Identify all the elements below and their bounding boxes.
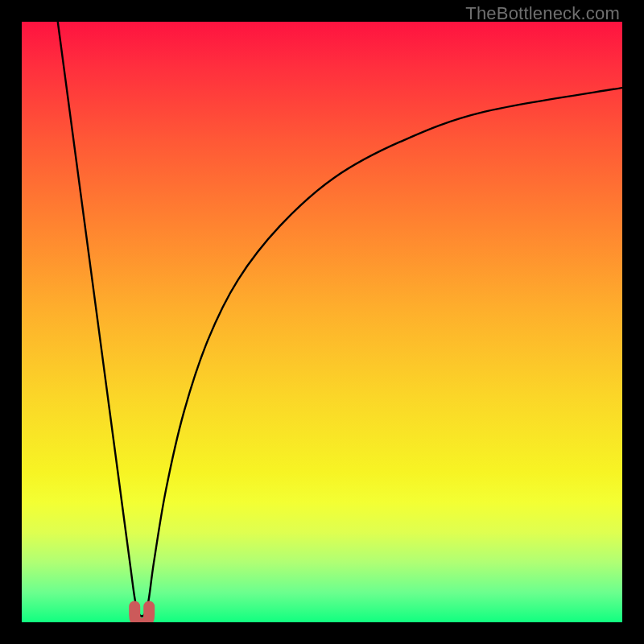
- optimal-point-marker: [134, 607, 149, 622]
- chart-svg: [22, 22, 622, 622]
- attribution-text: TheBottleneck.com: [465, 3, 620, 24]
- bottleneck-curve: [58, 22, 622, 617]
- chart-frame: TheBottleneck.com: [0, 0, 644, 644]
